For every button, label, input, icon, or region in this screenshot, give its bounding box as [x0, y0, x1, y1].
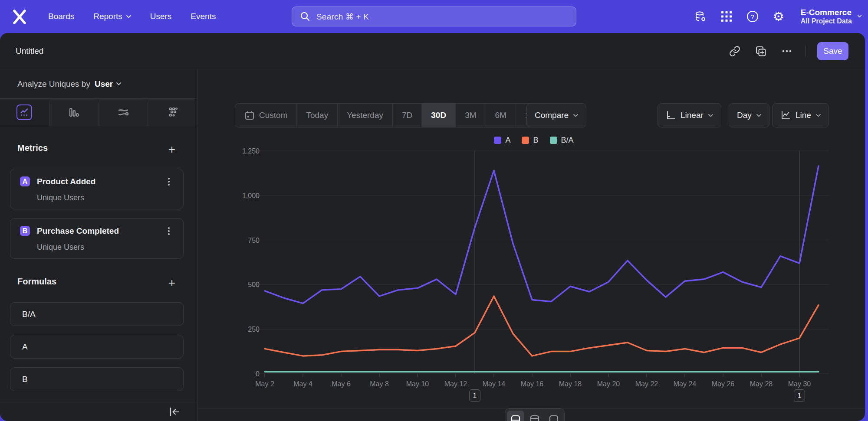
formula-label: B/A — [22, 310, 36, 319]
annotation-badge[interactable]: 1 — [794, 389, 805, 402]
calendar-icon — [244, 110, 255, 121]
date-range-label: Custom — [259, 111, 287, 120]
svg-text:1,250: 1,250 — [242, 147, 260, 155]
date-range-control: CustomTodayYesterday7D30D3M6M12M — [235, 103, 551, 127]
legend-item-b-a[interactable]: B/A — [550, 136, 574, 145]
report-actions: Save — [727, 33, 848, 69]
svg-text:May 20: May 20 — [597, 380, 620, 388]
gear-icon[interactable]: ⚙ — [772, 10, 785, 23]
analyze-by-dropdown[interactable]: User — [95, 79, 121, 89]
interval-button[interactable]: Day — [729, 103, 769, 127]
formula-label: A — [22, 342, 28, 352]
save-button[interactable]: Save — [817, 42, 848, 60]
metric-subtitle: Unique Users — [37, 243, 84, 252]
project-name: E-Commerce — [801, 8, 852, 18]
nav-item-reports[interactable]: Reports — [87, 8, 138, 25]
formula-card-1[interactable]: A — [10, 335, 184, 359]
nav-item-label: Users — [150, 12, 172, 21]
chevron-down-icon — [116, 82, 121, 85]
collapse-left-icon[interactable] — [168, 407, 181, 418]
layout-chart-and-table-button[interactable] — [507, 411, 524, 421]
compare-button[interactable]: Compare — [526, 103, 586, 127]
nav-item-users[interactable]: Users — [144, 8, 178, 25]
kebab-menu-icon[interactable] — [164, 176, 174, 187]
chart-style-button[interactable]: Line — [772, 103, 829, 127]
metric-name: Purchase Completed — [37, 226, 119, 236]
metric-badge: B — [20, 226, 30, 236]
svg-text:500: 500 — [248, 281, 260, 288]
kebab-menu-icon[interactable] — [164, 226, 174, 236]
add-metric-button[interactable]: + — [165, 143, 178, 156]
date-range-6m[interactable]: 6M — [486, 104, 516, 127]
ellipsis-icon[interactable] — [779, 44, 794, 59]
chevron-down-icon — [857, 15, 862, 18]
svg-text:May 16: May 16 — [521, 380, 544, 388]
legend-item-b[interactable]: B — [522, 136, 538, 145]
report-header: Untitled Save — [0, 33, 865, 69]
data-gear-icon[interactable] — [694, 10, 707, 23]
scale-button[interactable]: Linear — [658, 103, 721, 127]
svg-text:May 26: May 26 — [712, 380, 735, 388]
svg-text:?: ? — [751, 13, 754, 20]
legend-label: B — [533, 136, 538, 145]
layout-table-only-button[interactable] — [545, 411, 562, 421]
nav-item-events[interactable]: Events — [184, 8, 222, 25]
formula-card-0[interactable]: B/A — [10, 302, 184, 326]
formula-card-2[interactable]: B — [10, 367, 184, 391]
metric-card-b[interactable]: BPurchase CompletedUnique Users — [10, 218, 184, 259]
nav-item-boards[interactable]: Boards — [42, 8, 81, 25]
date-range-label: 6M — [495, 111, 506, 120]
duplicate-icon[interactable] — [753, 44, 768, 59]
svg-text:May 22: May 22 — [635, 380, 658, 388]
add-formula-button[interactable]: + — [165, 277, 178, 290]
chart-type-tabs — [0, 99, 197, 126]
formulas-heading: Formulas — [17, 277, 56, 287]
legend-label: B/A — [561, 136, 574, 145]
analyze-row: Analyze Uniques by User — [0, 69, 197, 99]
metric-name: Product Added — [37, 177, 95, 186]
chart-legend: ABB/A — [234, 136, 833, 145]
date-range-label: Today — [306, 111, 328, 120]
apps-grid-icon[interactable] — [720, 10, 733, 23]
date-range-yesterday[interactable]: Yesterday — [337, 104, 392, 127]
legend-swatch — [494, 137, 501, 144]
report-title[interactable]: Untitled — [16, 46, 43, 56]
link-icon[interactable] — [727, 44, 742, 59]
tab-scatter[interactable] — [148, 99, 197, 126]
analyze-label: Analyze Uniques by — [17, 79, 90, 89]
svg-text:May 2: May 2 — [255, 380, 274, 388]
search-placeholder: Search ⌘ + K — [316, 12, 369, 22]
date-range-label: 3M — [465, 111, 476, 120]
date-range-7d[interactable]: 7D — [392, 104, 421, 127]
mixpanel-logo-icon[interactable] — [11, 9, 28, 25]
search-input[interactable]: Search ⌘ + K — [292, 7, 576, 26]
project-scope: All Project Data — [801, 17, 852, 25]
tab-bar-chart[interactable] — [49, 99, 99, 126]
divider — [806, 46, 806, 57]
nav-item-label: Boards — [48, 12, 74, 21]
date-range-custom[interactable]: Custom — [235, 104, 296, 127]
tab-flow[interactable] — [99, 99, 148, 126]
search-icon — [300, 11, 310, 22]
layout-chart-top-button[interactable] — [526, 411, 543, 421]
help-icon[interactable]: ? — [746, 10, 759, 23]
svg-text:May 18: May 18 — [559, 380, 582, 388]
date-range-today[interactable]: Today — [296, 104, 337, 127]
line-chart[interactable]: 02505007501,0001,250May 2May 4May 6May 8… — [234, 147, 833, 391]
legend-item-a[interactable]: A — [494, 136, 510, 145]
annotation-badge[interactable]: 1 — [469, 389, 480, 402]
nav-item-label: Events — [191, 12, 216, 21]
chevron-down-icon — [573, 114, 578, 117]
linear-axis-icon — [666, 111, 676, 121]
metric-card-a[interactable]: AProduct AddedUnique Users — [10, 169, 184, 209]
date-range-3m[interactable]: 3M — [455, 104, 485, 127]
svg-text:May 28: May 28 — [750, 380, 773, 388]
svg-text:1,000: 1,000 — [242, 192, 260, 199]
tab-line-chart[interactable] — [0, 99, 49, 126]
flow-icon — [117, 106, 129, 118]
date-range-label: 30D — [431, 111, 446, 120]
date-range-30d[interactable]: 30D — [421, 104, 455, 127]
chevron-down-icon — [756, 114, 761, 117]
project-switcher[interactable]: E-Commerce All Project Data — [801, 8, 862, 26]
app-panel: Untitled Save — [0, 33, 865, 421]
